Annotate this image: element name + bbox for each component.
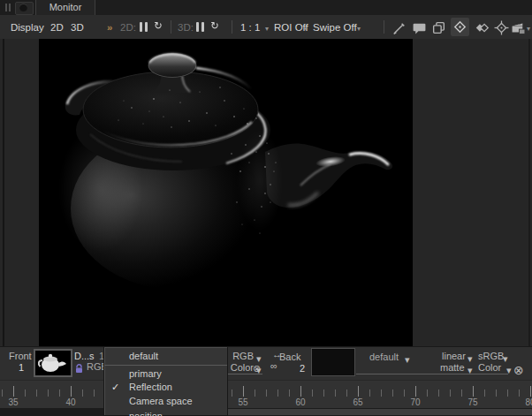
back-label: Back [279, 352, 300, 362]
colorspace-dropdown[interactable]: linear [442, 351, 466, 361]
link-clips-icon[interactable]: ∞ [270, 360, 277, 371]
panel-menu-button[interactable] [15, 2, 34, 15]
panel-edge [528, 39, 530, 346]
mode-3d-button[interactable]: 3D [71, 22, 84, 33]
collapse-chevrons-icon[interactable]: » [107, 22, 112, 33]
transform-button[interactable] [451, 18, 469, 36]
motion-path-icon[interactable] [494, 20, 509, 35]
clip-control-bar: Front 1 D...s 1 RGB RGB ▾ Color ▾ ⊗ ↔ ∞ … [0, 346, 532, 380]
front-slot-number: 1 [19, 362, 24, 373]
lock-icon [75, 361, 83, 377]
layers-icon[interactable] [431, 20, 446, 35]
chevron-down-icon: ▾ [467, 365, 473, 376]
ruler-label: 70 [402, 397, 429, 407]
front-clip-thumbnail[interactable] [34, 349, 72, 377]
chevron-down-icon[interactable]: ▾ [527, 25, 530, 33]
render-settings-icon[interactable] [511, 20, 526, 35]
playback-3d-label: 3D: [178, 22, 194, 33]
back-version-dropdown[interactable]: default [369, 352, 399, 362]
menu-item-default[interactable]: default [104, 347, 227, 364]
back-view-dropdown[interactable]: Color [478, 362, 501, 373]
swipe-dropdown[interactable]: Swipe Off [313, 22, 357, 33]
chevron-down-icon: ▾ [467, 353, 473, 365]
teapot-render [39, 39, 413, 346]
keys-icon[interactable] [475, 20, 490, 35]
zoom-ratio-dropdown[interactable]: 1 : 1 [240, 22, 260, 33]
loop-2d-icon[interactable]: ↺ [154, 19, 163, 32]
ruler-label: 40 [57, 397, 84, 407]
roi-dropdown[interactable]: ROI Off [274, 22, 308, 33]
ruler-label: 75 [460, 397, 486, 407]
menu-separator [104, 365, 227, 366]
comment-icon[interactable] [412, 20, 427, 35]
image-canvas[interactable] [39, 39, 413, 346]
chevron-down-icon: ▾ [405, 354, 410, 366]
horizontal-scrollbar[interactable] [0, 408, 532, 416]
transform-icon [452, 19, 467, 34]
chevron-down-icon: ▾ [506, 365, 512, 376]
ruler-label: 60 [287, 397, 314, 407]
ruler-label: 80 [517, 397, 532, 407]
major-ticks [13, 386, 532, 397]
chevron-down-icon: ▾ [265, 25, 269, 33]
display-space-dropdown[interactable]: sRGB [478, 351, 504, 361]
playback-2d-label: 2D: [120, 22, 136, 33]
chevron-down-icon: ▾ [503, 353, 508, 365]
ruler-label: 55 [230, 397, 256, 407]
monitor-viewport [0, 39, 532, 346]
tab-bar: Monitor [0, 0, 532, 16]
color-picker-icon[interactable] [392, 20, 407, 35]
menu-item-reflection[interactable]: ✓Reflection [104, 381, 227, 394]
panel-grip-icon[interactable] [5, 4, 12, 11]
remove-front-icon[interactable]: ⊗ [253, 363, 261, 374]
scrollbar-thumb[interactable] [225, 409, 532, 415]
pause-2d-icon[interactable] [139, 22, 148, 32]
chevron-down-icon: ▾ [357, 25, 361, 33]
back-clip-thumbnail[interactable] [311, 348, 355, 376]
back-underline [356, 374, 508, 374]
monitor-toolbar: Display 2D 3D » 2D: ↺ 3D: ↺ 1 : 1 ▾ ROI … [0, 15, 532, 39]
menu-item-primary[interactable]: primary [104, 367, 227, 381]
timeline-ruler[interactable]: 35 40 45 50 55 60 65 70 75 80 [0, 380, 532, 408]
view-context-menu: default primary ✓Reflection Camera space… [103, 346, 228, 416]
orb-icon [19, 4, 27, 11]
panel-splitter[interactable] [3, 39, 4, 346]
display-menu[interactable]: Display [11, 22, 44, 33]
front-label: Front [9, 351, 32, 361]
matte-dropdown[interactable]: matte [440, 362, 465, 373]
toolbar-divider [232, 20, 232, 34]
mode-2d-button[interactable]: 2D [50, 22, 64, 33]
loop-3d-icon[interactable]: ↺ [210, 19, 219, 32]
remove-back-icon[interactable]: ⊗ [513, 363, 524, 377]
pause-3d-icon[interactable] [195, 22, 205, 32]
toolbar-divider [384, 20, 384, 34]
ruler-label: 65 [345, 397, 371, 407]
menu-item-camera-space-position[interactable]: Camera space position [104, 394, 227, 409]
tab-monitor[interactable]: Monitor [35, 0, 95, 15]
check-icon: ✓ [111, 381, 119, 394]
teapot-thumbnail-icon [35, 351, 71, 375]
toolbar-divider [171, 20, 171, 34]
front-clip-name[interactable]: D...s [74, 351, 95, 361]
ruler-label: 35 [0, 397, 27, 407]
back-slot-number: 2 [300, 363, 305, 374]
chevron-down-icon: ▾ [304, 25, 308, 33]
